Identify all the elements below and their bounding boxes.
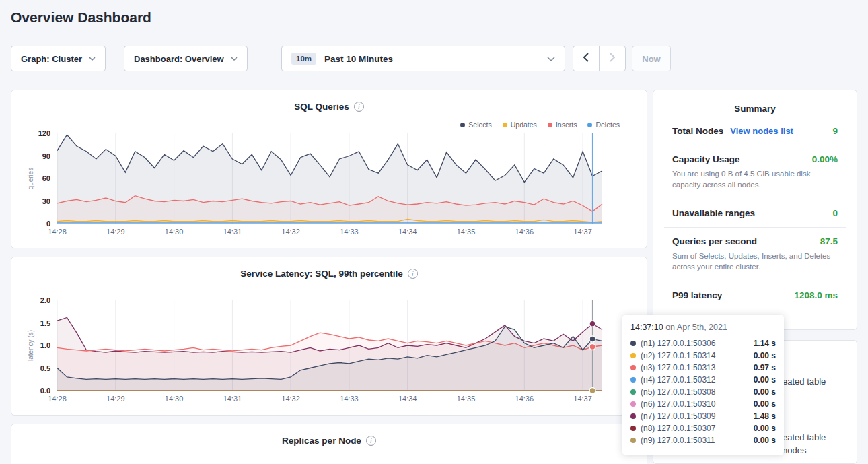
tooltip-node-value: 0.00 s: [754, 374, 776, 386]
crosshair-dot: [589, 336, 595, 342]
time-next-button[interactable]: [599, 46, 626, 71]
tooltip-time: 14:37:10: [630, 323, 663, 332]
tooltip-node-label: (n1) 127.0.0.1:50306: [641, 337, 715, 350]
replicas-chart-title: Replicas per Node: [282, 436, 361, 446]
tooltip-row: (n2) 127.0.0.1:503140.00 s: [630, 350, 776, 362]
x-axis-tick: 14:35: [457, 395, 476, 403]
y-axis-tick: 2.0: [40, 296, 50, 304]
summary-row-value: 0.00%: [812, 154, 838, 164]
series-dot-icon: [630, 401, 636, 407]
chart-title-row: SQL Queries i: [11, 102, 647, 112]
graph-dropdown-label: Graph: Cluster: [21, 54, 82, 64]
service-latency-chart-canvas[interactable]: 14:2814:2914:3014:3114:3214:3314:3414:35…: [11, 295, 648, 405]
time-range-label: Past 10 Minutes: [324, 54, 539, 64]
info-icon[interactable]: i: [366, 436, 376, 446]
crosshair-dot: [589, 344, 595, 350]
event-item[interactable]: eated table: [783, 432, 826, 442]
x-axis-tick: 14:29: [106, 395, 125, 403]
time-range-badge: 10m: [291, 53, 316, 65]
graph-dropdown[interactable]: Graph: Cluster: [11, 46, 106, 71]
summary-row-unavailable-ranges: Unavailable ranges 0: [664, 199, 846, 227]
summary-row-label: Queries per second: [672, 236, 757, 246]
x-axis-tick: 14:35: [457, 228, 476, 236]
summary-row-capacity-usage: Capacity Usage 0.00% You are using 0 B o…: [664, 145, 846, 199]
summary-row-label: P99 latency: [672, 290, 722, 300]
dashboard-dropdown[interactable]: Dashboard: Overview: [124, 46, 248, 71]
tooltip-rows: (n1) 127.0.0.1:503061.14 s(n2) 127.0.0.1…: [630, 337, 776, 446]
tooltip-node-label: (n5) 127.0.0.1:50308: [641, 386, 715, 398]
tooltip-node-value: 0.00 s: [754, 422, 776, 434]
dashboard-dropdown-label: Dashboard: Overview: [134, 54, 224, 64]
y-axis-tick: 60: [42, 174, 50, 183]
y-axis-tick: 0.0: [40, 387, 50, 395]
sql-queries-chart-canvas[interactable]: 14:2814:2914:3014:3114:3214:3314:3414:35…: [11, 128, 648, 238]
replicas-per-node-chart-card: Replicas per Node i: [11, 424, 647, 464]
legend-dot-icon: [460, 123, 465, 127]
time-range-picker[interactable]: 10m Past 10 Minutes: [281, 46, 565, 71]
info-icon[interactable]: i: [408, 269, 418, 279]
chart-title-row: Replicas per Node i: [11, 436, 647, 446]
time-prev-button[interactable]: [573, 46, 600, 71]
tooltip-title: 14:37:10 on Apr 5th, 2021: [630, 323, 776, 332]
summary-row-value: 9: [832, 126, 838, 136]
x-axis-tick: 14:31: [223, 395, 242, 403]
event-item[interactable]: eated table: [783, 376, 826, 387]
tooltip-node-value: 0.97 s: [754, 362, 776, 374]
service-latency-chart-card: Service Latency: SQL, 99th percentile i …: [11, 257, 647, 416]
x-axis-tick: 14:37: [573, 228, 592, 236]
crosshair-dot: [589, 321, 595, 327]
summary-panel: Summary Total Nodes View nodes list 9 Ca…: [653, 90, 857, 330]
x-axis-tick: 14:33: [340, 395, 359, 403]
x-axis-tick: 14:28: [48, 395, 67, 403]
summary-row-value: 1208.0 ms: [794, 290, 838, 300]
x-axis-tick: 14:28: [48, 228, 67, 236]
sql-queries-chart-title: SQL Queries: [294, 102, 349, 112]
chevron-right-icon: [610, 53, 615, 65]
summary-title: Summary: [653, 104, 857, 114]
x-axis-tick: 14:32: [281, 395, 300, 403]
y-axis-label: queries: [27, 168, 34, 190]
x-axis-tick: 14:34: [398, 395, 417, 403]
x-axis-tick: 14:31: [223, 228, 242, 236]
summary-row-description: Sum of Selects, Updates, Inserts, and De…: [672, 251, 838, 272]
now-button[interactable]: Now: [632, 46, 671, 71]
y-axis-tick: 1.0: [40, 341, 50, 350]
chart-title-row: Service Latency: SQL, 99th percentile i: [11, 269, 647, 279]
x-axis-tick: 14:32: [281, 228, 300, 236]
series-dot-icon: [630, 438, 636, 443]
tooltip-node-value: 0.00 s: [754, 350, 776, 362]
x-axis-tick: 14:36: [515, 395, 534, 403]
service-latency-chart-title: Service Latency: SQL, 99th percentile: [240, 269, 403, 279]
tooltip-row: (n4) 127.0.0.1:503120.00 s: [630, 374, 776, 386]
y-axis-tick: 1.5: [40, 319, 50, 327]
series-dot-icon: [630, 353, 636, 358]
summary-row-label: Total Nodes: [672, 126, 723, 136]
crosshair-dot: [589, 388, 595, 394]
summary-row-description: You are using 0 B of 4.5 GiB usable disk…: [672, 168, 838, 190]
summary-row-total-nodes: Total Nodes View nodes list 9: [664, 117, 846, 145]
tooltip-node-value: 1.48 s: [754, 410, 776, 422]
tooltip-node-label: (n4) 127.0.0.1:50312: [641, 374, 715, 386]
event-item[interactable]: nodes: [783, 445, 806, 455]
legend-dot-icon: [548, 123, 552, 127]
tooltip-node-label: (n9) 127.0.0.1:50311: [641, 434, 715, 446]
series-dot-icon: [630, 377, 636, 383]
series-dot-icon: [630, 413, 636, 419]
tooltip-row: (n9) 127.0.0.1:503110.00 s: [630, 434, 776, 446]
series-dot-icon: [630, 365, 636, 370]
page-title: Overview Dashboard: [11, 9, 151, 26]
tooltip-row: (n7) 127.0.0.1:503091.48 s: [630, 410, 776, 422]
chart-hover-tooltip: 14:37:10 on Apr 5th, 2021 (n1) 127.0.0.1…: [622, 315, 784, 455]
info-icon[interactable]: i: [354, 102, 364, 112]
series-dot-icon: [630, 389, 636, 395]
chevron-down-icon: [231, 57, 238, 61]
tooltip-node-value: 1.14 s: [754, 337, 776, 350]
tooltip-node-value: 0.00 s: [754, 386, 776, 398]
chevron-down-icon: [547, 57, 555, 61]
tooltip-row: (n5) 127.0.0.1:503080.00 s: [630, 386, 776, 398]
tooltip-node-label: (n6) 127.0.0.1:50310: [641, 398, 715, 410]
view-nodes-list-link[interactable]: View nodes list: [730, 126, 793, 136]
tooltip-row: (n6) 127.0.0.1:503100.00 s: [630, 398, 776, 410]
legend-dot-icon: [587, 123, 592, 127]
legend-dot-icon: [503, 123, 507, 127]
